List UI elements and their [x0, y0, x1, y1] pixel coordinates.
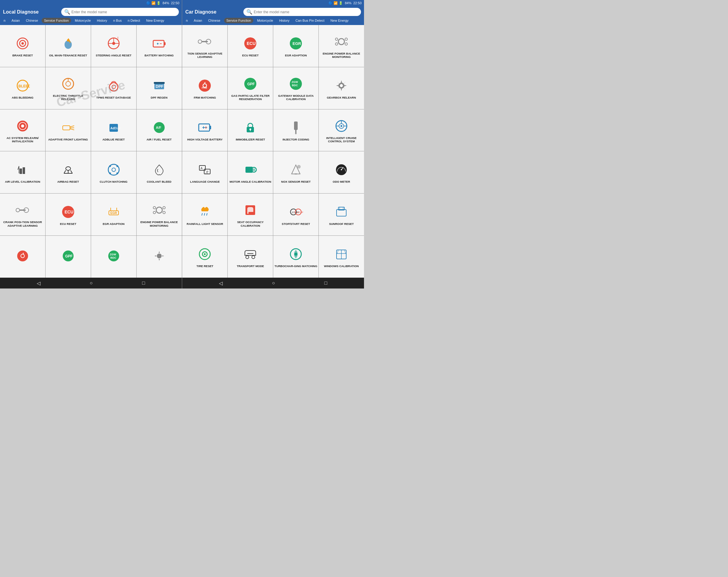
- ac-relearn-label: AC SYSTEM RELEARN/ INITIALIZATION: [1, 136, 44, 143]
- throttle-icon: [60, 75, 77, 92]
- left-search-bar[interactable]: 🔍: [61, 8, 179, 16]
- left-dpf-regen[interactable]: DPF DPF REGEN: [137, 67, 182, 109]
- language-icon: A文: [196, 161, 213, 178]
- right-gearbox[interactable]: GEARBOX RELEARN: [319, 67, 364, 109]
- right-immobilizer[interactable]: IMMOBILIZER RESET: [228, 109, 273, 151]
- left-air-level[interactable]: AIR LEVEL CALIBRATION: [0, 151, 45, 193]
- left-row6-1[interactable]: [0, 236, 45, 278]
- right-tab-asian[interactable]: Asian: [191, 18, 205, 23]
- right-windows[interactable]: WINDOWS CALIBRATION: [319, 236, 364, 278]
- right-hv-battery[interactable]: HIGH VOLTAGE BATTERY: [182, 109, 227, 151]
- right-transport-mode[interactable]: TRANSPORT MODE: [228, 236, 273, 278]
- right-seat-occupancy[interactable]: SEAT OCCUPANCY CALIBRATION: [228, 193, 273, 235]
- coolant-bleed-label: COOLANT BLEED: [147, 180, 172, 183]
- right-engine-balance[interactable]: ENGINE POWER BALANCE MONITORING: [319, 25, 364, 67]
- right-tab-energy[interactable]: New Energy: [328, 18, 351, 23]
- left-search-input[interactable]: [72, 10, 176, 14]
- right-sunroof-label: SUNROOF RESET: [329, 222, 354, 226]
- left-battery-matching[interactable]: BATTERY MATCHING: [137, 25, 182, 67]
- right-tab-history[interactable]: History: [277, 18, 292, 23]
- tpms-reset-label: TPMS RESET DATABASE: [96, 96, 131, 99]
- left-ac-relearn[interactable]: AC SYSTEM RELEARN/ INITIALIZATION: [0, 109, 45, 151]
- left-recent-btn[interactable]: □: [142, 280, 145, 286]
- left-abs-bleeding[interactable]: BLEED ABS BLEEDING: [0, 67, 45, 109]
- engine-balance-label: ENGINE POWER BALANCE MONITORING: [138, 220, 181, 227]
- svg-rect-76: [202, 41, 208, 42]
- right-nox-reset[interactable]: NOX SENSOR RESET: [273, 151, 318, 193]
- right-crank-label: TION SENSOR ADAPTIVE LEARNING: [183, 52, 226, 59]
- right-tab-chinese[interactable]: Chinese: [206, 18, 223, 23]
- left-air-fuel-reset[interactable]: A/F AIR / FUEL RESET: [137, 109, 182, 151]
- right-tire-reset[interactable]: TIRE RESET: [182, 236, 227, 278]
- left-tab-asian[interactable]: Asian: [9, 18, 22, 23]
- svg-text:A/F: A/F: [156, 126, 161, 129]
- left-tab-service[interactable]: Service Function: [42, 18, 71, 23]
- svg-line-151: [337, 250, 338, 254]
- right-search-bar[interactable]: 🔍: [243, 8, 361, 16]
- hvbattery-icon: [196, 119, 213, 136]
- left-adaptive-lighting[interactable]: ADAPTIVE FRONT LIGHTING: [46, 109, 91, 151]
- left-tpms-reset[interactable]: TPMS RESET DATABASE: [91, 67, 136, 109]
- injector-icon: [287, 119, 304, 136]
- right-crank-sensor[interactable]: TION SENSOR ADAPTIVE LEARNING: [182, 25, 227, 67]
- lighting-icon: [60, 119, 77, 136]
- right-tab-service[interactable]: Service Function: [224, 18, 254, 23]
- left-crank-sensor[interactable]: CRANK POSI-TION SENSOR ADAPTIVE LEARNING: [0, 193, 45, 235]
- left-clutch-matching[interactable]: CLUTCH MATCHING: [91, 151, 136, 193]
- left-airbag-reset[interactable]: AIRBAG RESET: [46, 151, 91, 193]
- right-nox-label: NOX SENSOR RESET: [281, 180, 311, 183]
- right-frm-matching[interactable]: FRM FRM MATCHING: [182, 67, 227, 109]
- right-ecu-reset[interactable]: ECU ECU RESET: [228, 25, 273, 67]
- left-throttle-relearn[interactable]: ELECTRIC THROTTLE RELEARN: [46, 67, 91, 109]
- left-adblue-reset[interactable]: AdBlue ADBLUE RESET: [91, 109, 136, 151]
- left-back-btn[interactable]: ◁: [37, 280, 41, 286]
- right-back-btn[interactable]: ◁: [219, 280, 223, 286]
- svg-text:A: A: [201, 167, 203, 170]
- right-home-btn[interactable]: ○: [272, 280, 275, 286]
- left-egr-adaption[interactable]: EGR EGR ADAPTION: [91, 193, 136, 235]
- right-gpf-label: GAS PARTIC-ULATE FILTER REGENERATION: [229, 94, 272, 101]
- brake-reset-label: BRAKE RESET: [12, 54, 33, 57]
- left-brake-reset[interactable]: BRAKE RESET: [0, 25, 45, 67]
- right-hv-battery-label: HIGH VOLTAGE BATTERY: [187, 138, 223, 141]
- right-rainfall[interactable]: RAINFALL LIGHT SENSOR: [182, 193, 227, 235]
- left-row6-3[interactable]: ZGWBDC: [91, 236, 136, 278]
- left-home-btn[interactable]: ○: [90, 280, 93, 286]
- right-sunroof[interactable]: SUNROOF RESET: [319, 193, 364, 235]
- right-turbo[interactable]: TURBOCHAR-GING MATCHING: [273, 236, 318, 278]
- right-title: Car Diagnose: [185, 9, 241, 15]
- left-engine-balance[interactable]: ENGINE POWER BALANCE MONITORING: [137, 193, 182, 235]
- left-ecu-reset[interactable]: ECU ECU RESET: [46, 193, 91, 235]
- right-tab-motorcycle[interactable]: Motorcycle: [255, 18, 275, 23]
- left-tab-history[interactable]: History: [95, 18, 109, 23]
- left-row6-2[interactable]: GPF: [46, 236, 91, 278]
- right-recent-btn[interactable]: □: [324, 280, 327, 286]
- left-row6-4[interactable]: [137, 236, 182, 278]
- right-gpf-regen[interactable]: GPF GAS PARTIC-ULATE FILTER REGENERATION: [228, 67, 273, 109]
- left-tab-chinese[interactable]: Chinese: [24, 18, 41, 23]
- left-tab-detect[interactable]: n Detect: [126, 18, 142, 23]
- left-tab-nbus[interactable]: n Bus: [111, 18, 124, 23]
- right-odometer[interactable]: ODO METER: [319, 151, 364, 193]
- svg-point-123: [297, 165, 301, 168]
- right-search-input[interactable]: [254, 10, 358, 14]
- right-cruise-control[interactable]: INTELLIGENT CRUISE CONTROL SYSTEM: [319, 109, 364, 151]
- svg-text:GPF: GPF: [247, 82, 255, 86]
- left-steering-reset[interactable]: ! STEERING ANGLE RESET: [91, 25, 136, 67]
- left-coolant-bleed[interactable]: COOLANT BLEED: [137, 151, 182, 193]
- right-tab-canbus[interactable]: Can Bus Pin Detect: [293, 18, 327, 23]
- right-motor-angle[interactable]: MOTOR ANGLE CALIBRATION: [228, 151, 273, 193]
- right-language[interactable]: A文 LANGUAGE CHANGE: [182, 151, 227, 193]
- right-gateway[interactable]: ZGWBDC GATEWAY MODULE DATA CALIBRATION: [273, 67, 318, 109]
- left-tab-n[interactable]: n: [1, 18, 8, 23]
- abs-bleeding-label: ABS BLEEDING: [12, 96, 33, 99]
- left-tab-motorcycle[interactable]: Motorcycle: [72, 18, 93, 23]
- left-tab-energy[interactable]: New Energy: [144, 18, 166, 23]
- left-oil-reset[interactable]: OIL MAIN-TENANCE RESET: [46, 25, 91, 67]
- right-stop-start[interactable]: STARTSTOP STOP/START RESET: [273, 193, 318, 235]
- right-egr-adaption[interactable]: EGR EGR ADAPTION: [273, 25, 318, 67]
- right-egr-label: EGR ADAPTION: [285, 54, 307, 57]
- dpf-icon: DPF: [151, 77, 168, 94]
- right-injector[interactable]: INJECTOR CODING: [273, 109, 318, 151]
- right-tab-n[interactable]: n: [183, 18, 190, 23]
